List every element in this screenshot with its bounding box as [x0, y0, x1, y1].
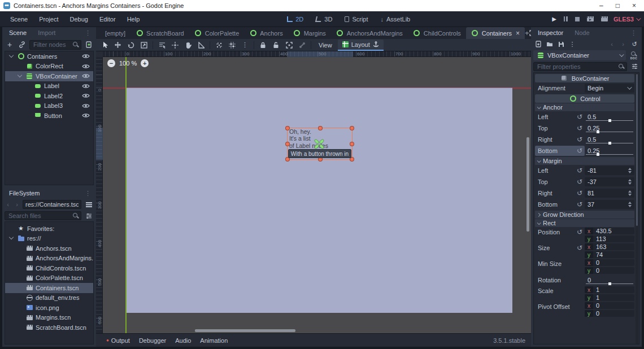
property-tools-icon[interactable]: [629, 62, 639, 72]
close-tab-icon[interactable]: ×: [516, 29, 520, 37]
scene-tab[interactable]: ScratchBoard: [130, 27, 189, 39]
revert-icon[interactable]: ↺: [575, 201, 585, 208]
category-anchor[interactable]: Anchor: [535, 103, 634, 111]
canvas-viewport[interactable]: 01002003004005006007008009001000 0100200…: [96, 51, 531, 333]
x-value-field[interactable]: x430.5: [585, 228, 634, 234]
file-tree-row[interactable]: icon.png: [5, 303, 93, 313]
edit-history-icon[interactable]: ↺: [629, 39, 639, 49]
attach-script-icon[interactable]: [84, 40, 94, 50]
category-rect[interactable]: Rect: [535, 219, 634, 227]
revert-icon[interactable]: ↺: [575, 245, 585, 251]
scene-tree-row[interactable]: Button: [5, 111, 93, 121]
dock-options-icon[interactable]: ⋮: [81, 29, 95, 37]
revert-icon[interactable]: ↺: [575, 167, 585, 174]
y-value-field[interactable]: y0: [585, 267, 634, 274]
move-tool-icon[interactable]: [112, 40, 124, 50]
bottom-panel-button[interactable]: Audio: [171, 337, 195, 344]
filter-nodes-input[interactable]: [32, 41, 73, 49]
color-rect-node[interactable]: [126, 88, 512, 313]
x-value-field[interactable]: x0: [585, 259, 634, 266]
revert-icon[interactable]: ↺: [575, 190, 585, 197]
revert-icon[interactable]: ↺: [575, 136, 585, 143]
tab-filesystem[interactable]: FileSystem: [3, 187, 45, 199]
visibility-eye-icon[interactable]: [82, 84, 93, 89]
history-forward-icon[interactable]: ›: [618, 39, 628, 49]
visibility-eye-icon[interactable]: [82, 103, 93, 108]
new-scene-tab-button[interactable]: +: [525, 27, 529, 39]
layout-menu-button[interactable]: Layout: [338, 40, 384, 51]
scene-tree-row[interactable]: ColorRect: [5, 62, 93, 72]
new-resource-icon[interactable]: [533, 39, 543, 49]
y-value-field[interactable]: y1: [585, 294, 634, 301]
zoom-in-button[interactable]: +: [141, 59, 149, 67]
revert-icon[interactable]: ↺: [575, 125, 585, 132]
file-tree-row[interactable]: ColorPalette.tscn: [5, 273, 93, 283]
file-tree-row[interactable]: Favorites:: [5, 224, 93, 234]
visibility-eye-icon[interactable]: [82, 54, 93, 59]
anchor-slider[interactable]: 0.5: [585, 112, 634, 121]
selection-handle[interactable]: [350, 142, 354, 146]
play-custom-scene-button[interactable]: [601, 16, 608, 21]
spinner-arrows-icon[interactable]: [625, 179, 634, 185]
load-resource-folder-icon[interactable]: [545, 39, 555, 49]
resource-options-dots-icon[interactable]: ⋮: [567, 39, 577, 49]
open-docs-icon[interactable]: DOC: [628, 51, 639, 60]
menu-editor[interactable]: Editor: [94, 11, 121, 27]
scene-tab[interactable]: ColorPalette: [189, 27, 245, 39]
y-value-field[interactable]: y74: [585, 251, 634, 258]
history-back-icon[interactable]: ‹: [607, 39, 617, 49]
scene-tree-row[interactable]: Label3: [5, 101, 93, 111]
scene-tree-row[interactable]: Containers: [5, 51, 93, 62]
revert-icon[interactable]: ↺: [575, 114, 585, 120]
smart-snap-icon[interactable]: [213, 40, 225, 50]
slider-handle[interactable]: [597, 153, 599, 156]
category-margin[interactable]: Margin: [535, 157, 634, 165]
revert-icon[interactable]: ↺: [575, 178, 585, 185]
bottom-panel-button[interactable]: Animation: [195, 337, 232, 344]
zoom-out-button[interactable]: −: [107, 59, 115, 67]
scene-tab[interactable]: Anchors: [244, 27, 288, 39]
play-button[interactable]: ▶: [552, 16, 556, 22]
anchor-slider[interactable]: 0.25: [585, 124, 634, 133]
add-node-button[interactable]: +: [5, 40, 15, 50]
tab-import[interactable]: Import: [32, 27, 61, 38]
ruler-tool-icon[interactable]: [195, 40, 207, 50]
tab-inspector[interactable]: Inspector: [532, 27, 569, 38]
scene-tab[interactable]: [empty]: [97, 27, 130, 39]
scene-tree-row[interactable]: VBoxContainer: [5, 71, 93, 81]
file-tree-row[interactable]: res://: [5, 234, 93, 244]
visibility-eye-icon[interactable]: [82, 73, 93, 78]
instance-scene-link-icon[interactable]: [17, 40, 27, 50]
select-tool-icon[interactable]: [99, 40, 111, 50]
file-tree-row[interactable]: default_env.tres: [5, 293, 93, 303]
tab-node[interactable]: Node: [569, 27, 595, 38]
x-value-field[interactable]: x0: [585, 302, 634, 309]
scene-tab[interactable]: Margins: [288, 27, 331, 39]
visibility-eye-icon[interactable]: [82, 113, 93, 118]
scene-tab[interactable]: AnchorsAndMargins: [331, 27, 408, 39]
toggle-split-mode-icon[interactable]: [84, 199, 94, 210]
tab-scene[interactable]: Scene: [3, 27, 32, 38]
dock-options-icon[interactable]: ⋮: [627, 29, 641, 37]
spinner-arrows-icon[interactable]: [625, 168, 634, 173]
scene-tab[interactable]: ChildControls: [408, 27, 466, 39]
bottom-panel-button[interactable]: ● Output: [102, 337, 134, 344]
dock-options-icon[interactable]: ⋮: [81, 190, 95, 197]
anchor-slider[interactable]: 0.5: [585, 135, 634, 144]
group-selected-icon[interactable]: [283, 40, 295, 50]
vertical-scrollbar[interactable]: [526, 137, 529, 232]
selection-handle[interactable]: [285, 126, 290, 130]
menu-help[interactable]: Help: [121, 11, 146, 27]
inspector-scrollbar[interactable]: [636, 73, 638, 344]
grid-snap-icon[interactable]: [226, 40, 238, 50]
slider-handle[interactable]: [608, 282, 611, 285]
file-tree-row[interactable]: Anchors.tscn: [5, 243, 93, 254]
minimize-button[interactable]: –: [599, 0, 603, 11]
slider-handle[interactable]: [608, 119, 611, 122]
menu-project[interactable]: Project: [33, 11, 64, 27]
zoom-level[interactable]: 100 %: [119, 60, 137, 67]
margin-spinbox[interactable]: 37: [585, 200, 634, 209]
file-tree-row[interactable]: AnchorsAndMargins.tscn: [5, 254, 93, 264]
search-files-input[interactable]: [7, 212, 73, 220]
slider-handle[interactable]: [597, 130, 599, 133]
